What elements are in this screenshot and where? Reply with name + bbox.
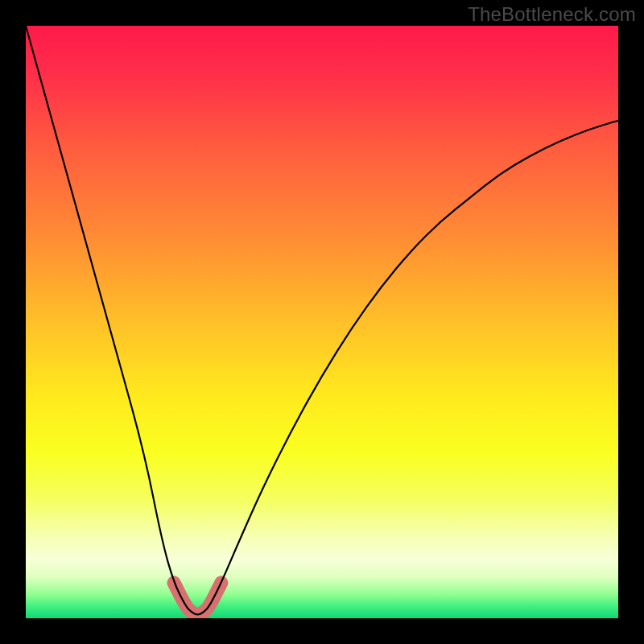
curve-layer: [26, 26, 618, 618]
bottleneck-curve: [26, 26, 618, 614]
watermark-text: TheBottleneck.com: [468, 3, 636, 26]
chart-frame: TheBottleneck.com: [0, 0, 644, 644]
plot-area: [26, 26, 618, 618]
